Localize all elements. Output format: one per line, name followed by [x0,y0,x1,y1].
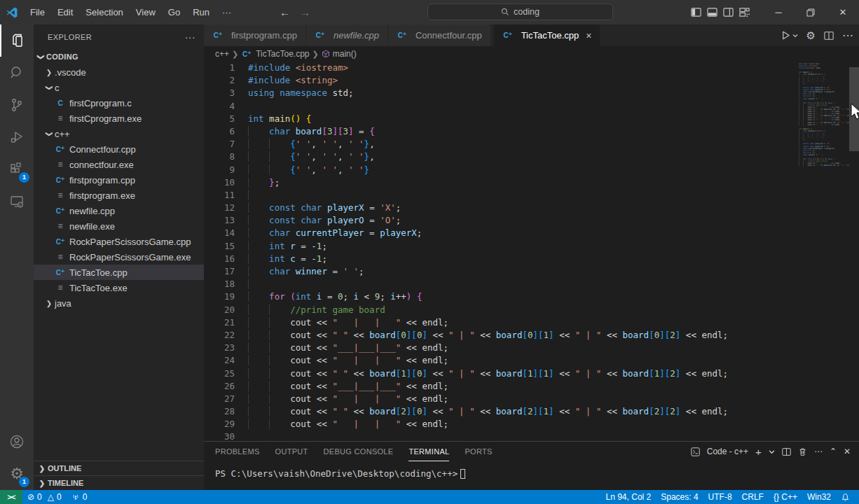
menu-go[interactable]: Go [162,0,186,24]
code-line: 20 //print game board [204,304,799,316]
tree-item-TicTacToe.exe[interactable]: ≡TicTacToe.exe [34,280,204,295]
terminal-shell-label[interactable]: Code - c++ [707,447,748,456]
nav-back-icon[interactable]: ← [280,6,290,18]
run-and-debug-icon[interactable] [0,121,34,153]
outline-section[interactable]: ❯ OUTLINE [34,461,204,475]
tree-item-java[interactable]: ❯java [34,295,204,311]
tree-item-RockPaperScissorsGame.cpp[interactable]: C⁺RockPaperScissorsGame.cpp [34,234,204,249]
tree-item-firstprogram.cpp[interactable]: C⁺firstprogram.cpp [34,172,204,188]
minimap[interactable]: #include <iostream>#include <string>usin… [799,63,849,167]
ports-status[interactable]: 0 [67,490,92,504]
tree-item-firstCprogram.c[interactable]: CfirstCprogram.c [34,95,204,111]
status-win32[interactable]: Win32 [802,490,836,504]
editor-more-actions-icon[interactable]: ⋯ [842,29,853,42]
chevron-down-icon[interactable] [769,449,775,455]
sidebar-title: EXPLORER [48,33,92,41]
status-spaces-4[interactable]: Spaces: 4 [656,490,703,504]
status-ln-94-col-2[interactable]: Ln 94, Col 2 [601,490,657,504]
status--c-[interactable]: {} C++ [769,490,802,504]
line-number: 10 [204,176,235,189]
tree-item-RockPaperScissorsGame.exe[interactable]: ≡RockPaperScissorsGame.exe [34,249,204,265]
new-terminal-icon[interactable]: + [755,446,762,458]
status-crlf[interactable]: CRLF [737,490,769,504]
toggle-panel-icon[interactable] [707,7,717,18]
tree-item-label: newfile.cpp [69,206,115,216]
line-number: 9 [204,164,235,176]
tree-item-TicTacToe.cpp[interactable]: C⁺TicTacToe.cpp [34,265,204,280]
code-editor[interactable]: 1#include <iostream>2#include <string>3u… [204,62,859,441]
tab-firstprogram.cpp[interactable]: C⁺firstprogram.cpp [204,24,306,46]
line-content [235,278,269,290]
toggle-sidebar-icon[interactable] [691,7,701,18]
explorer-more-actions-icon[interactable]: ··· [185,31,195,43]
editor-scrollbar[interactable] [849,67,859,151]
minimize-button[interactable]: ─ [762,0,795,24]
tree-item-Connectfour.cpp[interactable]: C⁺Connectfour.cpp [34,141,204,157]
activity-bar: 1 ↻ ⚙ 1 [0,24,34,490]
panel-more-actions-icon[interactable]: ⋯ [814,447,823,456]
search-view-icon[interactable] [0,57,34,89]
tab-newfile.cpp[interactable]: C⁺newfile.cpp [306,24,388,46]
breadcrumb-symbol[interactable]: main() [333,49,357,59]
tab-Connectfour.cpp[interactable]: C⁺Connectfour.cpp [388,24,491,46]
line-number: 22 [204,329,235,342]
explorer-icon[interactable] [0,24,34,57]
timeline-section[interactable]: ❯ TIMELINE [34,475,204,490]
exe-file-icon: ≡ [55,221,66,231]
menu-edit[interactable]: Edit [51,0,79,24]
kill-terminal-icon[interactable] [798,447,807,456]
menu-view[interactable]: View [130,0,162,24]
menu-run[interactable]: Run [186,0,216,24]
remote-explorer-icon[interactable]: ↻ [0,186,34,218]
account-icon[interactable] [0,426,34,458]
customize-layout-icon[interactable] [739,7,750,18]
tree-item-.vscode[interactable]: ❯.vscode [34,64,204,80]
restore-button[interactable] [795,0,827,24]
terminal-content[interactable]: PS C:\Users\vaish\OneDrive\Desktop\codin… [215,468,859,479]
panel-tab-output[interactable]: OUTPUT [275,442,308,461]
menu-file[interactable]: File [24,0,51,24]
split-terminal-icon[interactable] [782,447,791,456]
status-utf-8[interactable]: UTF-8 [703,490,737,504]
breadcrumb-folder[interactable]: c++ [215,49,229,59]
tree-item-c++[interactable]: ❯c++ [34,126,204,141]
command-center-search[interactable]: coding [427,4,613,20]
notifications-bell-icon[interactable] [836,490,855,504]
tree-item-newfile.exe[interactable]: ≡newfile.exe [34,218,204,234]
close-window-button[interactable]: ✕ [827,0,859,24]
code-line: 4 [204,100,799,113]
tree-item-label: .vscode [55,67,86,78]
panel-tab-ports[interactable]: PORTS [465,442,492,461]
chevron-right-icon: ❯ [312,50,319,59]
close-tab-icon[interactable]: × [586,30,591,41]
remote-indicator[interactable]: >< [0,490,22,504]
run-button[interactable] [781,30,798,41]
menu-selection[interactable]: Selection [79,0,129,24]
tree-item-CODING[interactable]: ❯CODING [34,49,204,64]
settings-gear-icon[interactable]: ⚙ 1 [0,458,34,490]
tree-item-newfile.cpp[interactable]: C⁺newfile.cpp [34,203,204,218]
tree-item-firstCprogram.exe[interactable]: ≡firstCprogram.exe [34,111,204,126]
split-editor-icon[interactable] [824,31,834,41]
panel-tab-terminal[interactable]: TERMINAL [408,442,449,461]
chevron-down-icon: ❯ [37,51,45,62]
toggle-secondary-sidebar-icon[interactable] [723,7,734,18]
maximize-panel-icon[interactable]: ⌃ [830,447,837,456]
tree-item-c[interactable]: ❯c [34,80,204,95]
tree-item-connectfour.exe[interactable]: ≡connectfour.exe [34,157,204,172]
tab-TicTacToe.cpp[interactable]: C⁺TicTacToe.cpp× [494,24,601,46]
breadcrumb-file[interactable]: TicTacToe.cpp [256,49,309,59]
editor-settings-icon[interactable]: ⚙ [806,29,816,42]
extensions-icon[interactable]: 1 [0,153,34,186]
menu-[interactable]: ··· [216,0,238,24]
panel-tab-problems[interactable]: PROBLEMS [215,442,260,461]
source-control-icon[interactable] [0,89,34,121]
line-content: }; [235,176,280,189]
chevron-down-icon[interactable] [792,33,798,38]
panel-tab-debug-console[interactable]: DEBUG CONSOLE [324,442,394,461]
nav-forward-icon[interactable]: → [300,6,310,18]
close-panel-icon[interactable]: ✕ [844,447,851,456]
tree-item-firstprogram.exe[interactable]: ≡firstprogram.exe [34,188,204,203]
problems-status[interactable]: ⊘0 △0 [22,490,67,504]
terminal-profile-icon [691,447,700,456]
